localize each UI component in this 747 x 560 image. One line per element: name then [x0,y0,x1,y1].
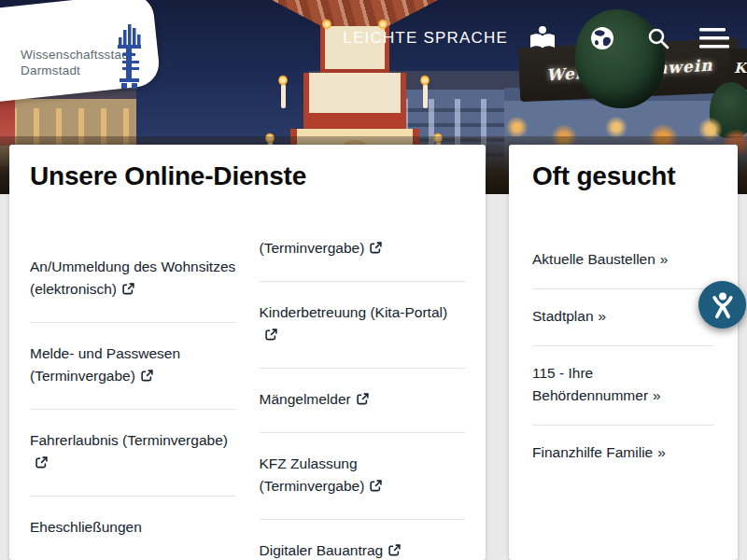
leichte-sprache-link[interactable]: LEICHTE SPRACHE [343,29,508,48]
often-link-finanzhilfe[interactable]: Finanzhilfe Familie» [532,426,714,482]
often-link-stadtplan[interactable]: Stadtplan» [532,289,714,346]
external-link-icon [141,366,153,388]
accessibility-widget-button[interactable] [698,281,746,329]
chevron-right-glyph: » [599,308,607,324]
menu-icon[interactable] [693,22,736,54]
external-link-icon [370,476,382,498]
chevron-right-glyph: » [657,444,666,460]
easy-language-book-icon[interactable] [521,22,564,54]
online-services-card: Unsere Online-Dienste An/Ummeldung des W… [9,145,486,560]
service-link-terminvergabe[interactable]: (Terminvergabe) [260,217,466,282]
often-link-115[interactable]: 115 - Ihre Behördennummer» [532,346,714,426]
top-navigation: LEICHTE SPRACHE [343,22,736,54]
often-link-baustellen[interactable]: Aktuelle Baustellen» [532,232,714,289]
service-link-kfz-zulassung[interactable]: KFZ Zulassung (Terminvergabe) [260,433,466,520]
chevron-right-glyph: » [653,387,661,403]
services-column-2: (Terminvergabe) Kinderbetreuung (Kita-Po… [260,193,466,560]
service-link-digitaler-bauantrag[interactable]: Digitaler Bauantrag [260,520,466,560]
search-icon[interactable] [637,22,680,54]
services-column-1: An/Ummeldung des Wohnsitzes (elektronisc… [30,193,236,560]
globe-icon[interactable] [581,22,624,54]
external-link-icon [265,325,277,347]
often-searched-title: Oft gesucht [532,160,714,193]
service-link-fahrerlaubnis[interactable]: Fahrerlaubnis (Terminvergabe) [30,410,236,497]
service-link-meldewesen[interactable]: Melde- und Passwesen (Terminvergabe) [30,323,236,410]
external-link-icon [122,279,134,301]
external-link-icon [388,540,401,560]
chevron-right-glyph: » [660,251,669,267]
service-link-maengelmelder[interactable]: Mängelmelder [260,369,466,433]
external-link-icon [370,238,382,260]
external-link-icon [357,389,369,412]
service-link-eheschliessungen[interactable]: Eheschließungen [30,497,236,559]
online-services-title: Unsere Online-Dienste [30,160,465,193]
often-searched-card: Oft gesucht Aktuelle Baustellen» Stadtpl… [509,145,738,560]
often-searched-list: Aktuelle Baustellen» Stadtplan» 115 - Ih… [532,193,714,482]
darmstadt-tower-icon [114,24,144,93]
accessibility-person-icon [707,289,739,321]
external-link-icon [35,453,48,475]
page: Weißer Glühwein Kl Wissenschaftsstadt Da… [0,0,747,560]
service-link-anummeldung[interactable]: An/Ummeldung des Wohnsitzes (elektronisc… [30,236,236,323]
service-link-kinderbetreuung[interactable]: Kinderbetreuung (Kita-Portal) [260,282,466,369]
